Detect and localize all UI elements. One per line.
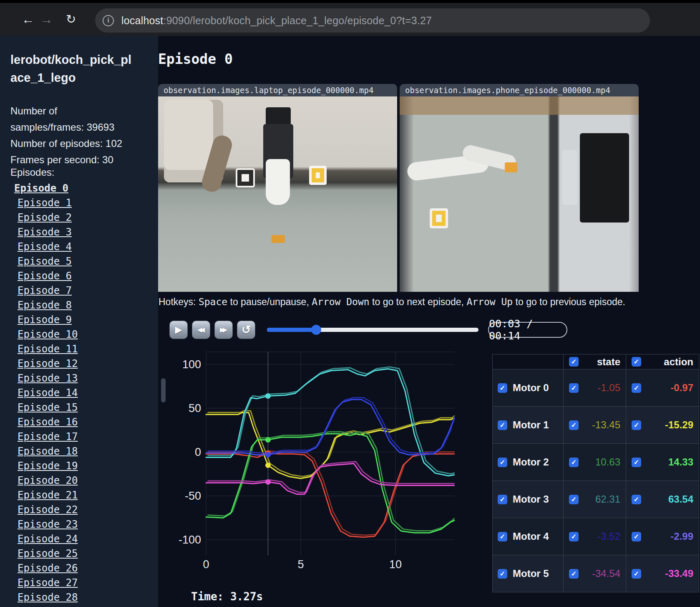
checkbox[interactable]: ✓ [569,495,579,504]
svg-text:50: 50 [189,402,201,415]
video-player-phone[interactable] [400,96,639,292]
motor-label: Motor 3 [513,493,549,505]
seek-slider-thumb[interactable] [311,325,321,335]
back-icon[interactable]: ← [22,12,35,27]
forward-icon[interactable]: → [40,12,53,27]
svg-text:0: 0 [203,558,209,571]
svg-text:5: 5 [297,558,304,571]
episode-link[interactable]: Episode 25 [0,546,158,561]
browser-toolbar: ← → ↻ i localhost:9090/lerobot/koch_pick… [0,0,700,36]
episode-link[interactable]: Episode 10 [0,327,158,342]
episode-link[interactable]: Episode 20 [0,473,158,488]
episode-link[interactable]: Episode 24 [0,532,158,546]
motor-table: ✓ state ✓ action ✓Motor 0✓-1.05✓-0.97✓Mo… [492,354,699,592]
video-player-laptop[interactable] [158,96,397,292]
checkbox[interactable]: ✓ [498,420,507,430]
state-column-checkbox[interactable]: ✓ [569,357,579,367]
table-header-row: ✓ state ✓ action [493,354,699,369]
motor-label: Motor 2 [513,456,549,468]
episode-link[interactable]: Episode 8 [0,298,158,313]
state-header-cell: ✓ state [564,354,626,369]
episode-link[interactable]: Episode 12 [0,357,158,371]
episodes-label: Episodes: [10,167,54,178]
episode-link[interactable]: Episode 21 [0,488,158,503]
reload-icon[interactable]: ↻ [66,12,76,26]
state-value: -34.54 [592,568,620,579]
checkbox[interactable]: ✓ [569,383,579,393]
checkbox[interactable]: ✓ [632,495,641,504]
episode-link[interactable]: Episode 17 [0,430,158,444]
episode-link[interactable]: Episode 4 [0,240,158,254]
video-title-phone: observation.images.phone_episode_000000.… [400,84,639,96]
episode-link[interactable]: Episode 26 [0,561,158,576]
smiley-card [430,208,448,228]
motor-label: Motor 1 [513,419,549,431]
checkbox[interactable]: ✓ [569,420,579,430]
stat-line: Number of [10,103,122,119]
address-bar[interactable]: i localhost:9090/lerobot/koch_pick_place… [95,8,650,33]
checkbox[interactable]: ✓ [498,383,507,393]
action-column-checkbox[interactable]: ✓ [632,357,641,367]
url-text: localhost:9090/lerobot/koch_pick_place_1… [121,15,432,27]
episode-link[interactable]: Episode 28 [0,590,158,605]
episode-link[interactable]: Episode 27 [0,576,158,590]
checkbox[interactable]: ✓ [498,458,507,467]
checkbox[interactable]: ✓ [632,383,641,393]
episode-link[interactable]: Episode 18 [0,444,158,459]
episode-link[interactable]: Episode 22 [0,503,158,517]
stat-line: Frames per second: 30 [10,152,122,168]
laptop-keyboard [580,133,629,223]
checkbox[interactable]: ✓ [632,569,641,579]
checkbox[interactable]: ✓ [569,458,579,467]
checkbox[interactable]: ✓ [498,569,507,579]
checkbox[interactable]: ✓ [569,569,579,579]
state-value: 10.63 [595,456,620,468]
checkbox[interactable]: ✓ [498,495,507,504]
episode-link[interactable]: Episode 9 [0,313,158,327]
episode-link[interactable]: Episode 3 [0,225,158,240]
hotkeys-help: Hotkeys: Space to pause/unpause, Arrow D… [159,296,625,308]
episode-link[interactable]: Episode 7 [0,283,158,298]
episode-link[interactable]: Episode 5 [0,254,158,269]
checkbox[interactable]: ✓ [632,458,641,467]
episode-link[interactable]: Episode 15 [0,400,158,415]
motor-label: Motor 5 [513,568,549,579]
svg-text:100: 100 [182,358,201,371]
seek-slider[interactable] [267,328,478,332]
site-info-icon[interactable]: i [103,15,114,26]
action-value: 63.54 [668,493,693,505]
episode-link[interactable]: Episode 0 [0,181,158,196]
dataset-stats: Number of samples/frames: 39693 Number o… [10,103,122,168]
motor-row: ✓Motor 0✓-1.05✓-0.97 [493,369,699,407]
seek-slider-fill [267,328,316,332]
checkbox[interactable]: ✓ [569,532,579,541]
state-value: -3.52 [597,531,620,542]
smiley-card [309,166,327,185]
url-host: localhost [121,15,163,26]
state-column-label: state [597,356,620,368]
dataset-title: lerobot/koch_pick_place_1_lego [10,51,138,87]
motor-row: ✓Motor 4✓-3.52✓-2.99 [493,518,699,555]
episode-link[interactable]: Episode 11 [0,342,158,357]
episode-link[interactable]: Episode 23 [0,517,158,532]
checkbox[interactable]: ✓ [632,532,641,541]
checkbox[interactable]: ✓ [632,420,641,430]
robot-camera [266,107,291,126]
action-column-label: action [664,356,693,368]
episode-link[interactable]: Episode 19 [0,459,158,473]
hotkeys-text: to pause/unpause, [227,296,312,307]
motor-chart[interactable]: 100500-50-1000510 [154,336,459,607]
episode-link[interactable]: Episode 6 [0,269,158,283]
episode-link[interactable]: Episode 14 [0,386,158,400]
episode-link[interactable]: Episode 1 [0,196,158,210]
hotkeys-text: to go to previous episode. [513,296,625,307]
gripper-block [505,162,517,172]
action-value: -2.99 [670,531,693,542]
episode-link[interactable]: Episode 2 [0,210,158,225]
url-path: :9090/lerobot/koch_pick_place_1_lego/epi… [163,15,432,26]
scrollbar-thumb[interactable] [161,378,166,402]
checkbox[interactable]: ✓ [498,532,507,541]
svg-text:-100: -100 [179,534,201,546]
episode-link[interactable]: Episode 16 [0,415,158,430]
episode-link[interactable]: Episode 13 [0,371,158,386]
